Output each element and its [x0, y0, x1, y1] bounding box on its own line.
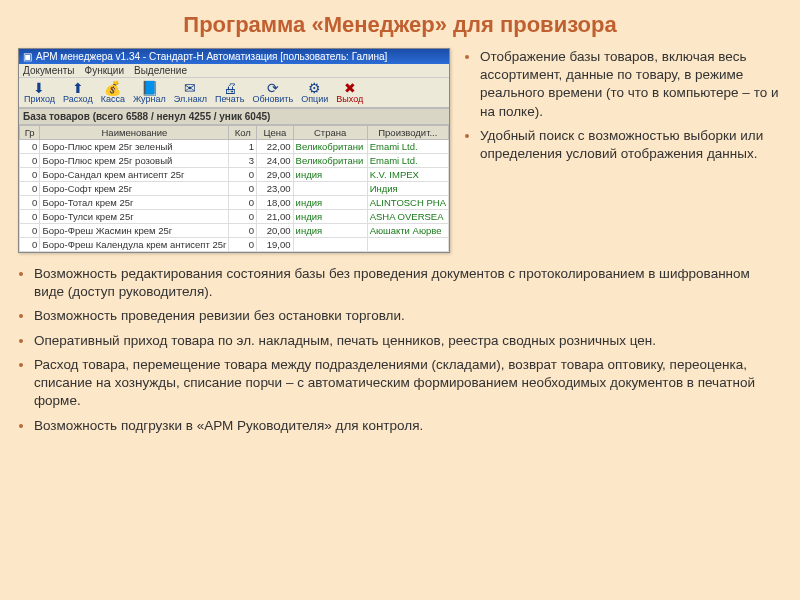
list-item: Расход товара, перемещение товара между … [34, 356, 782, 411]
list-item: Возможность редактирования состояния баз… [34, 265, 782, 301]
book-icon: 📘 [141, 81, 158, 95]
col-country[interactable]: Страна [293, 126, 367, 140]
col-gr[interactable]: Гр [20, 126, 40, 140]
gear-icon: ⚙ [308, 81, 321, 95]
table-row[interactable]: 0Боро-Тулси крем 25г021,00индияASHA OVER… [20, 210, 449, 224]
table-row[interactable]: 0Боро-Софт крем 25г023,00Индия [20, 182, 449, 196]
table-row[interactable]: 0Боро-Плюс крем 25г зеленый122,00Великоб… [20, 140, 449, 154]
list-item: Возможность подгрузки в «АРМ Руководител… [34, 417, 782, 435]
right-bullets: Отображение базы товаров, включая весь а… [464, 48, 782, 169]
app-menubar: Документы Функции Выделение [19, 64, 449, 78]
table-row[interactable]: 0Боро-Тотал крем 25г018,00индияALINTOSCH… [20, 196, 449, 210]
col-maker[interactable]: Производит... [367, 126, 448, 140]
list-item: Удобный поиск с возможностью выборки или… [480, 127, 782, 163]
list-item: Отображение базы товаров, включая весь а… [480, 48, 782, 121]
app-toolbar: ⬇Приход ⬆Расход 💰Касса 📘Журнал ✉Эл.накл … [19, 78, 449, 108]
tb-prihod[interactable]: ⬇Приход [21, 80, 58, 105]
app-title-text: АРМ менеджера v1.34 - Стандарт-Н Автомат… [36, 51, 387, 62]
app-screenshot: ▣ АРМ менеджера v1.34 - Стандарт-Н Автом… [18, 48, 450, 253]
tb-elnakl[interactable]: ✉Эл.накл [171, 80, 210, 105]
table-row[interactable]: 0Боро-Сандал крем антисепт 25г029,00инди… [20, 168, 449, 182]
tb-options[interactable]: ⚙Опции [298, 80, 331, 105]
tb-jurnal[interactable]: 📘Журнал [130, 80, 169, 105]
tb-refresh[interactable]: ⟳Обновить [249, 80, 296, 105]
tb-print[interactable]: 🖨Печать [212, 80, 247, 105]
slide-title: Программа «Менеджер» для провизора [18, 12, 782, 38]
mail-icon: ✉ [184, 81, 196, 95]
exit-icon: ✖ [344, 81, 356, 95]
base-header: База товаров (всего 6588 / ненул 4255 / … [19, 108, 449, 125]
menu-selection[interactable]: Выделение [134, 65, 187, 76]
col-kol[interactable]: Кол [229, 126, 257, 140]
app-titlebar: ▣ АРМ менеджера v1.34 - Стандарт-Н Автом… [19, 49, 449, 64]
tb-kassa[interactable]: 💰Касса [98, 80, 128, 105]
refresh-icon: ⟳ [267, 81, 279, 95]
app-icon: ▣ [23, 51, 32, 62]
list-item: Возможность проведения ревизии без остан… [34, 307, 782, 325]
col-price[interactable]: Цена [257, 126, 294, 140]
table-row[interactable]: 0Боро-Фреш Календула крем антисепт 25г01… [20, 238, 449, 252]
menu-documents[interactable]: Документы [23, 65, 75, 76]
cash-icon: 💰 [104, 81, 121, 95]
arrow-out-icon: ⬆ [72, 81, 84, 95]
tb-rashod[interactable]: ⬆Расход [60, 80, 96, 105]
arrow-in-icon: ⬇ [33, 81, 45, 95]
list-item: Оперативный приход товара по эл. накладн… [34, 332, 782, 350]
product-table: Гр Наименование Кол Цена Страна Производ… [19, 125, 449, 252]
printer-icon: 🖨 [223, 81, 237, 95]
menu-functions[interactable]: Функции [85, 65, 124, 76]
bottom-bullets: Возможность редактирования состояния баз… [18, 265, 782, 435]
col-name[interactable]: Наименование [40, 126, 229, 140]
table-row[interactable]: 0Боро-Плюс крем 25г розовый324,00Великоб… [20, 154, 449, 168]
table-row[interactable]: 0Боро-Фреш Жасмин крем 25г020,00индияАюш… [20, 224, 449, 238]
tb-exit[interactable]: ✖Выход [333, 80, 366, 105]
